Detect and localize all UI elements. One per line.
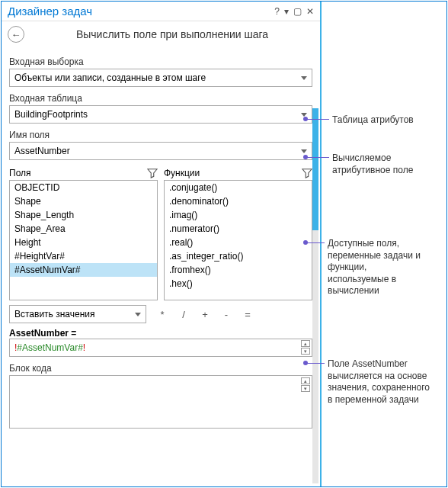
list-item[interactable]: .imag() (165, 208, 312, 222)
annotation-field: Вычисляемое атрибутивное поле (332, 152, 424, 176)
list-item[interactable]: Height (10, 236, 157, 249)
annotation-table: Таблица атрибутов (332, 114, 414, 127)
annotation-expression: Поле AssetNumber вычисляется на основе з… (328, 358, 430, 406)
back-button[interactable]: ← (8, 26, 24, 43)
operator-button[interactable]: * (155, 309, 169, 320)
expression-input[interactable]: !#AssetNumVar#! ▴ ▾ (9, 339, 312, 357)
list-item[interactable]: OBJECTID (10, 181, 157, 194)
input-selection-dropdown[interactable]: Объекты или записи, созданные в этом шаг… (9, 69, 312, 87)
filter-icon[interactable] (147, 168, 158, 178)
list-item[interactable]: Shape_Length (10, 208, 157, 222)
functions-header: Функции (164, 168, 200, 178)
insert-values-label: Вставить значения (14, 309, 95, 319)
input-table-dropdown[interactable]: BuildingFootprints (9, 105, 312, 124)
field-name-value: AssetNumber (14, 146, 70, 156)
list-item[interactable]: Shape (10, 194, 157, 208)
maximize-icon[interactable]: ▢ (293, 6, 302, 17)
operator-button[interactable]: / (177, 309, 190, 320)
operator-button[interactable]: + (198, 309, 212, 320)
titlebar: Дизайнер задач ? ▾ ▢ ✕ (2, 2, 320, 21)
expr-variable: #AssetNumVar# (17, 342, 82, 353)
list-item[interactable]: .as_integer_ratio() (165, 249, 312, 263)
list-item[interactable]: .hex() (165, 277, 312, 291)
list-item[interactable]: #HeightVar# (10, 249, 157, 263)
expr-bang-close: ! (83, 342, 85, 353)
functions-listbox[interactable]: .conjugate().denominator().imag().numera… (164, 180, 312, 300)
list-item[interactable]: .conjugate() (165, 181, 312, 194)
field-name-dropdown[interactable]: AssetNumber (9, 142, 312, 160)
list-item[interactable]: #AssetNumVar# (10, 263, 157, 277)
label-input-selection: Входная выборка (9, 56, 312, 67)
fields-header: Поля (9, 168, 31, 178)
insert-values-dropdown[interactable]: Вставить значения (9, 305, 146, 323)
close-icon[interactable]: ✕ (306, 6, 314, 17)
code-block-input[interactable]: ▴ ▾ (9, 375, 312, 429)
page-subtitle: Вычислить поле при выполнении шага (30, 28, 314, 40)
expr-spinner-up[interactable]: ▴ (301, 340, 310, 347)
list-item[interactable]: .numerator() (165, 222, 312, 236)
list-item[interactable]: .real() (165, 236, 312, 249)
window-title: Дизайнер задач (8, 5, 274, 18)
input-selection-value: Объекты или записи, созданные в этом шаг… (14, 72, 206, 83)
operator-button[interactable]: - (219, 309, 233, 320)
input-table-value: BuildingFootprints (14, 109, 88, 120)
label-field-name: Имя поля (9, 130, 312, 140)
expression-label: AssetNumber = (9, 328, 312, 339)
expr-spinner-down[interactable]: ▾ (301, 348, 310, 355)
fields-listbox[interactable]: OBJECTIDShapeShape_LengthShape_AreaHeigh… (9, 180, 158, 300)
dropdown-icon[interactable]: ▾ (284, 6, 289, 17)
label-input-table: Входная таблица (9, 93, 312, 104)
help-icon[interactable]: ? (274, 6, 280, 17)
label-code-block: Блок кода (9, 363, 312, 374)
annotation-lists: Доступные поля, переменные задачи и функ… (328, 238, 427, 297)
operator-button[interactable]: = (241, 309, 254, 320)
list-item[interactable]: .denominator() (165, 194, 312, 208)
list-item[interactable]: .fromhex() (165, 263, 312, 277)
list-item[interactable]: Shape_Area (10, 222, 157, 236)
